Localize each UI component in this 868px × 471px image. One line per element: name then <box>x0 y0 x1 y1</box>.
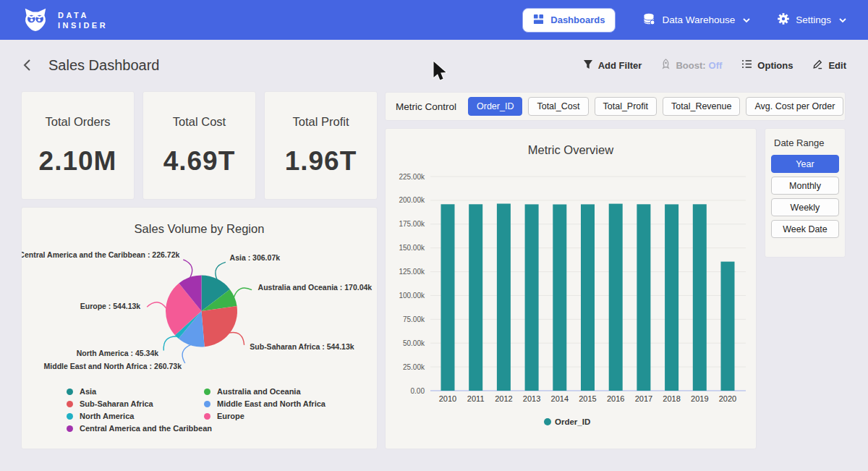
bar-2019[interactable] <box>693 204 707 391</box>
x-axis-tick-label: 2013 <box>523 394 540 403</box>
options-button[interactable]: Options <box>741 59 793 71</box>
legend-dot-icon <box>204 389 210 395</box>
y-axis-tick-label: 200.00k <box>399 196 425 204</box>
metric-button-total-cost[interactable]: Total_Cost <box>528 97 588 116</box>
legend-label: Europe <box>217 412 244 420</box>
pie-legend-item-europe[interactable]: Europe <box>204 410 326 422</box>
x-axis-tick-label: 2010 <box>439 394 456 403</box>
kpi-label: Total Profit <box>293 115 349 129</box>
x-axis-tick-label: 2020 <box>719 394 736 403</box>
date-range-button-year[interactable]: Year <box>771 155 839 173</box>
legend-label: Asia <box>80 387 96 396</box>
pie-legend-item-asia[interactable]: Asia <box>67 386 204 397</box>
y-axis-tick-label: 150.00k <box>399 244 425 252</box>
y-axis-tick-label: 0.00 <box>411 387 425 395</box>
bar-2017[interactable] <box>637 204 650 391</box>
top-nav: DATA INSIDER Dashboards <box>0 0 868 40</box>
bar-2011[interactable] <box>469 204 482 391</box>
bar-2014[interactable] <box>553 205 566 391</box>
pie-chart-card: Sales Volume by Region Asia : 306.07kAus… <box>22 208 377 449</box>
bar-2020[interactable] <box>721 262 735 391</box>
date-range-label: Date Range <box>774 137 839 148</box>
date-range-panel: Date Range YearMonthlyWeeklyWeek Date <box>765 129 845 257</box>
boost-value: Off <box>709 60 723 71</box>
y-axis-tick-label: 225.00k <box>399 173 425 181</box>
data-warehouse-menu[interactable]: Data Warehouse <box>643 13 750 27</box>
options-icon <box>741 59 752 71</box>
back-button[interactable] <box>22 58 36 72</box>
kpi-value: 2.10M <box>39 146 117 177</box>
legend-dot-icon <box>67 413 73 420</box>
legend-label: Middle East and North Africa <box>217 399 326 408</box>
date-range-button-week-date[interactable]: Week Date <box>771 220 839 238</box>
pie-data-label: Middle East and North Africa : 260.73k <box>44 362 182 370</box>
x-axis-tick-label: 2012 <box>495 394 512 403</box>
pie-legend-item-central-america-and-the-caribbean[interactable]: Central America and the Caribbean <box>67 423 204 434</box>
x-axis-tick-label: 2011 <box>467 394 485 403</box>
legend-label: Australia and Oceania <box>217 387 301 396</box>
metric-button-avg-cost-per-order[interactable]: Avg. Cost per Order <box>746 97 843 116</box>
pie-data-label: North America : 45.34k <box>77 349 159 357</box>
kpi-label: Total Orders <box>46 115 111 129</box>
pie-leader-line <box>216 262 226 279</box>
pie-legend-item-australia-and-oceania[interactable]: Australia and Oceania <box>204 386 326 397</box>
settings-menu[interactable]: Settings <box>778 13 846 27</box>
legend-dot-icon <box>204 413 210 420</box>
pie-leader-line <box>147 302 166 309</box>
boost-toggle[interactable]: Boost: Off <box>661 59 722 72</box>
legend-dot-icon <box>204 401 210 407</box>
x-axis-tick-label: 2019 <box>691 394 708 403</box>
date-range-button-weekly[interactable]: Weekly <box>771 198 839 216</box>
brand-line2: INSIDER <box>58 20 108 30</box>
options-label: Options <box>757 60 793 71</box>
page-title: Sales Dashboard <box>48 57 159 74</box>
metric-button-total-revenue[interactable]: Total_Revenue <box>663 97 740 116</box>
date-range-button-monthly[interactable]: Monthly <box>771 177 839 195</box>
pie-chart: Asia : 306.07kAustralia and Oceania : 17… <box>22 238 377 383</box>
bar-legend-label[interactable]: Order_ID <box>555 417 590 426</box>
edit-button[interactable]: Edit <box>812 59 846 72</box>
edit-icon <box>812 59 823 72</box>
bar-2012[interactable] <box>497 204 511 391</box>
metric-button-total-profit[interactable]: Total_Profit <box>595 97 658 116</box>
pie-data-label: Europe : 544.13k <box>80 302 141 310</box>
legend-dot-icon <box>67 389 73 395</box>
owl-logo-icon <box>22 5 49 35</box>
add-filter-button[interactable]: Add Filter <box>583 59 642 72</box>
kpi-card-total-orders: Total Orders 2.10M <box>22 92 134 199</box>
bar-2013[interactable] <box>525 204 539 391</box>
date-range-button-group: YearMonthlyWeeklyWeek Date <box>771 155 839 238</box>
dashboards-button[interactable]: Dashboards <box>522 8 616 33</box>
bar-2015[interactable] <box>581 204 595 391</box>
kpi-card-total-cost: Total Cost 4.69T <box>143 92 255 199</box>
bar-2010[interactable] <box>441 204 455 391</box>
bar-2018[interactable] <box>665 204 678 391</box>
y-axis-tick-label: 125.00k <box>399 268 425 276</box>
legend-label: North America <box>80 412 134 420</box>
pie-slice-sub-saharan-africa[interactable] <box>202 306 238 347</box>
pie-data-label: Central America and the Caribbean : 226.… <box>22 250 179 259</box>
y-axis-tick-label: 50.00k <box>403 339 425 347</box>
legend-dot-icon <box>544 418 551 425</box>
pie-data-label: Asia : 306.07k <box>230 253 281 262</box>
pie-legend-item-middle-east-and-north-africa[interactable]: Middle East and North Africa <box>204 398 326 410</box>
kpi-card-total-profit: Total Profit 1.96T <box>265 92 377 199</box>
settings-label: Settings <box>796 14 831 25</box>
metric-control-bar: Metric Control Order_IDTotal_CostTotal_P… <box>386 93 845 120</box>
dashboards-label: Dashboards <box>550 14 605 25</box>
bar-2016[interactable] <box>609 204 623 391</box>
y-axis-tick-label: 75.00k <box>403 315 425 323</box>
pie-leader-line <box>229 333 244 345</box>
pie-data-label: Sub-Saharan Africa : 544.13k <box>250 342 354 351</box>
pie-legend-item-sub-saharan-africa[interactable]: Sub-Saharan Africa <box>67 398 204 410</box>
pie-leader-line <box>182 344 191 363</box>
metric-button-order-id[interactable]: Order_ID <box>468 97 522 116</box>
boost-label: Boost: <box>676 60 705 71</box>
data-warehouse-label: Data Warehouse <box>662 14 735 25</box>
kpi-label: Total Cost <box>173 115 226 129</box>
pie-legend-item-north-america[interactable]: North America <box>67 410 204 422</box>
bar-chart-title: Metric Overview <box>386 129 756 157</box>
gear-icon <box>778 13 789 27</box>
y-axis-tick-label: 25.00k <box>403 363 425 371</box>
brand-logo[interactable]: DATA INSIDER <box>22 5 108 35</box>
